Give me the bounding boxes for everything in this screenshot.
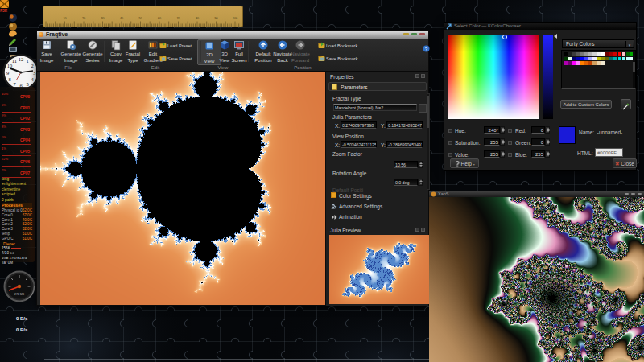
svg-text:40: 40 <box>120 17 123 20</box>
svg-text:80: 80 <box>196 17 199 20</box>
svg-text:100: 100 <box>233 17 237 20</box>
svg-text:12: 12 <box>19 56 24 62</box>
svg-text:60: 60 <box>158 17 161 20</box>
svg-text:8: 8 <box>8 76 10 82</box>
svg-text:10: 10 <box>64 17 67 20</box>
svg-text:11: 11 <box>12 58 17 64</box>
svg-text:9: 9 <box>6 70 9 76</box>
svg-text:2: 2 <box>31 63 33 68</box>
svg-text:30: 30 <box>101 17 105 20</box>
svg-text:3: 3 <box>33 70 35 76</box>
svg-text:10: 10 <box>7 63 13 68</box>
svg-text:50: 50 <box>139 17 142 20</box>
svg-text:20: 20 <box>82 17 85 20</box>
svg-text:70: 70 <box>177 17 180 20</box>
svg-text:90: 90 <box>215 17 218 20</box>
svg-text:5: 5 <box>26 81 28 87</box>
svg-text:1: 1 <box>26 58 28 64</box>
svg-text:276 MB: 276 MB <box>14 293 25 296</box>
svg-text:F3E: F3E <box>0 8 8 13</box>
